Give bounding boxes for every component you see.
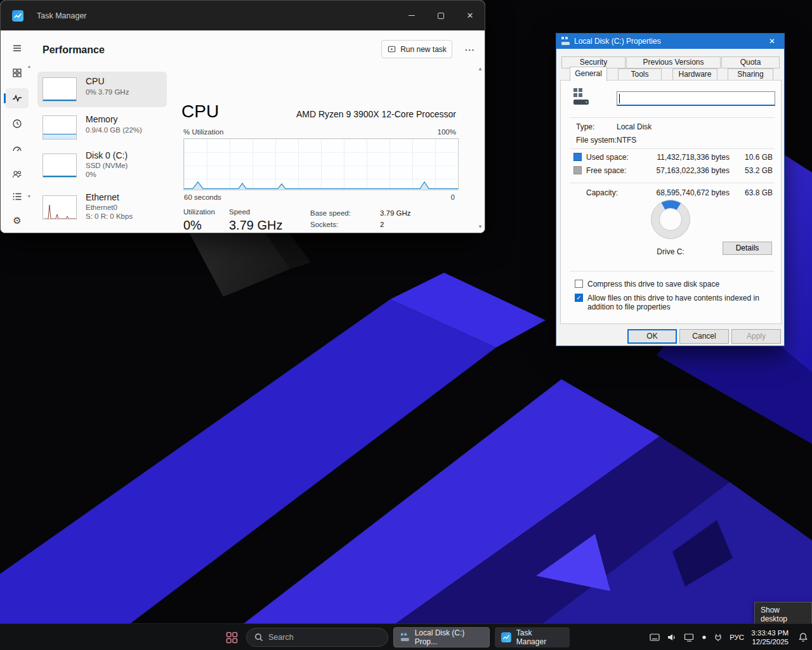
power-plug-icon[interactable] xyxy=(714,633,723,642)
stat-value: 0% xyxy=(183,218,202,233)
metric-item-ethernet[interactable]: Ethernet Ethernet0 S: 0 R: 0 Kbps xyxy=(37,190,167,225)
apply-label: Apply xyxy=(747,332,766,341)
compress-checkbox[interactable] xyxy=(575,280,583,288)
dialog-titlebar[interactable]: Local Disk (C:) Properties ✕ xyxy=(556,34,784,49)
tab-label: Hardware xyxy=(678,70,711,79)
disk-properties-dialog: Local Disk (C:) Properties ✕ Security Pr… xyxy=(556,33,785,346)
scroll-down-icon: ▼ xyxy=(27,194,32,198)
tab-previous-versions[interactable]: Previous Versions xyxy=(626,56,721,68)
minimize-button[interactable] xyxy=(397,1,426,30)
free-space-swatch xyxy=(573,166,582,174)
metric-detail: 0.9/4.0 GB (22%) xyxy=(86,126,142,134)
general-tab-page: Type: Local Disk File system: NTFS Used … xyxy=(560,80,782,324)
language-indicator[interactable]: РУС xyxy=(730,634,744,641)
tab-label: Previous Versions xyxy=(643,58,704,67)
window-title: Task Manager xyxy=(37,11,87,20)
clock-time: 3:33:43 PM xyxy=(751,628,789,637)
metric-detail: SSD (NVMe) xyxy=(86,162,128,169)
filesystem-label: File system: xyxy=(576,136,617,145)
ok-button[interactable]: OK xyxy=(627,329,677,344)
tab-quota[interactable]: Quota xyxy=(721,56,780,68)
index-checkbox[interactable]: ✓ xyxy=(575,294,583,302)
sidebar-item-settings[interactable]: ⚙ xyxy=(10,213,25,228)
compress-checkbox-label: Compress this drive to save disk space xyxy=(587,280,719,289)
search-input[interactable] xyxy=(268,633,370,642)
history-clock-icon xyxy=(11,118,23,129)
disk-mini-graph xyxy=(43,153,77,178)
nav-menu-button[interactable] xyxy=(10,41,25,56)
system-tray: РУС 3:33:43 PM 12/25/2025 xyxy=(650,624,808,650)
volume-icon[interactable] xyxy=(667,633,677,642)
taskbar-button-task-manager[interactable]: Task Manager xyxy=(495,627,570,647)
tab-label: Quota xyxy=(740,58,761,67)
volume-label-input[interactable] xyxy=(617,91,775,106)
clock-date: 12/25/2025 xyxy=(751,637,789,646)
tab-sharing[interactable]: Sharing xyxy=(728,68,773,81)
users-icon xyxy=(11,169,23,180)
type-label: Type: xyxy=(576,122,594,131)
task-manager-app-icon xyxy=(12,10,23,22)
dialog-title: Local Disk (C:) Properties xyxy=(574,37,661,46)
metric-item-cpu[interactable]: CPU 0% 3.79 GHz xyxy=(37,72,167,107)
scroll-up-icon: ▲ xyxy=(478,66,483,72)
stat-value: 3.79 GHz xyxy=(229,218,282,233)
metric-name: Memory xyxy=(86,114,118,124)
main-scrollbar[interactable]: ▲ ▼ xyxy=(476,66,484,230)
apply-button[interactable]: Apply xyxy=(731,329,781,344)
free-space-bytes: 57,163,022,336 bytes xyxy=(641,166,730,175)
touch-keyboard-icon[interactable] xyxy=(650,633,660,642)
status-dot-icon[interactable] xyxy=(702,635,707,640)
notifications-bell-icon[interactable] xyxy=(798,632,808,642)
run-new-task-button[interactable]: Run new task xyxy=(381,40,452,58)
maximize-button[interactable] xyxy=(426,1,455,30)
taskbar-button-disk-properties[interactable]: Local Disk (C:) Prop... xyxy=(393,627,490,647)
used-space-swatch xyxy=(573,153,582,161)
capacity-bytes: 68,595,740,672 bytes xyxy=(641,188,730,197)
maximize-icon xyxy=(438,13,444,19)
taskbar-clock[interactable]: 3:33:43 PM 12/25/2025 xyxy=(751,628,789,647)
metric-item-memory[interactable]: Memory 0.9/4.0 GB (22%) xyxy=(37,110,167,145)
run-task-icon xyxy=(387,44,396,54)
metric-item-disk[interactable]: Disk 0 (C:) SSD (NVMe) 0% xyxy=(37,148,167,183)
task-manager-titlebar[interactable]: Task Manager ✕ xyxy=(1,1,485,30)
separator xyxy=(570,117,775,118)
tab-general[interactable]: General xyxy=(570,67,607,81)
performance-pulse-icon xyxy=(11,93,23,104)
start-button[interactable] xyxy=(222,628,241,646)
metric-detail: Ethernet0 xyxy=(86,204,117,211)
taskbar-search[interactable] xyxy=(246,628,388,647)
sidebar-item-app-history[interactable] xyxy=(10,116,25,131)
dialog-close-button[interactable]: ✕ xyxy=(763,34,782,49)
metric-name: CPU xyxy=(86,76,105,86)
taskbar-button-label: Task Manager xyxy=(516,628,563,646)
tab-tools[interactable]: Tools xyxy=(618,68,662,81)
tab-hardware[interactable]: Hardware xyxy=(672,68,717,81)
detail-label: Virtual processors: xyxy=(310,232,379,233)
details-button[interactable]: Details xyxy=(723,242,772,255)
free-space-size: 53.2 GB xyxy=(733,166,773,175)
details-list-icon xyxy=(11,191,23,202)
more-options-icon: ⋯ xyxy=(464,44,475,56)
sidebar-item-users[interactable] xyxy=(10,167,25,182)
stat-label: Speed xyxy=(229,208,250,216)
tab-label: Tools xyxy=(631,70,648,79)
drive-icon xyxy=(561,37,571,46)
run-new-task-label: Run new task xyxy=(400,45,447,54)
drive-caption: Drive C: xyxy=(639,247,702,256)
sidebar-item-processes[interactable] xyxy=(10,65,25,81)
detail-value: 2 xyxy=(380,221,384,228)
cancel-label: Cancel xyxy=(692,332,716,341)
metric-detail-2: S: 0 R: 0 Kbps xyxy=(86,212,133,220)
used-space-label: Used space: xyxy=(586,153,629,162)
more-options-button[interactable]: ⋯ xyxy=(461,42,478,57)
metrics-scrollbar[interactable]: ▲ ▼ xyxy=(26,64,32,198)
sidebar-item-startup-apps[interactable] xyxy=(10,141,25,157)
sidebar-item-performance[interactable] xyxy=(10,91,25,106)
scroll-up-icon: ▲ xyxy=(27,64,32,68)
detail-label: Base speed: xyxy=(310,209,379,217)
minimize-icon xyxy=(409,15,415,16)
close-button[interactable]: ✕ xyxy=(455,1,485,30)
sidebar-item-details[interactable] xyxy=(10,189,25,204)
network-icon[interactable] xyxy=(684,633,695,642)
cancel-button[interactable]: Cancel xyxy=(679,329,729,344)
